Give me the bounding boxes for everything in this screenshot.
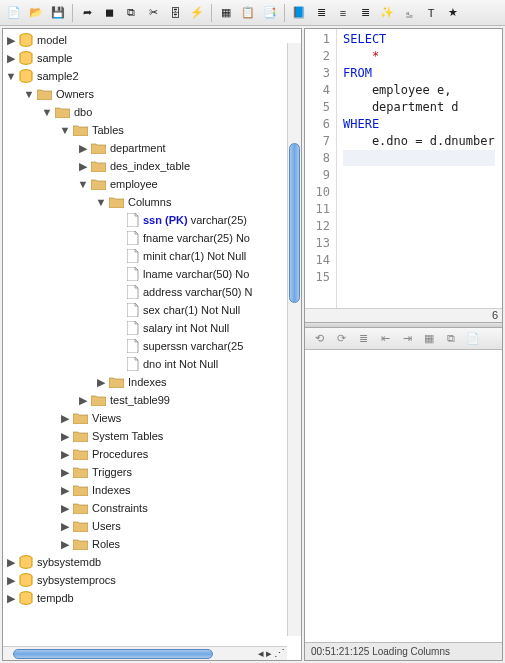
- disclose-closed-icon[interactable]: ▶: [5, 556, 17, 568]
- clip-icon[interactable]: 📋: [238, 3, 258, 23]
- disclose-closed-icon[interactable]: ▶: [59, 520, 71, 532]
- disclose-closed-icon[interactable]: ▶: [77, 142, 89, 154]
- results-in-icon[interactable]: ⇤: [375, 328, 395, 348]
- toolbar-separator: [211, 4, 212, 22]
- folder-owners[interactable]: ▼Owners: [5, 85, 301, 103]
- book-icon[interactable]: 📘: [289, 3, 309, 23]
- new-icon[interactable]: 📄: [4, 3, 24, 23]
- format-icon[interactable]: ⎁: [399, 3, 419, 23]
- sheet-icon[interactable]: ▦: [216, 3, 236, 23]
- db-icon[interactable]: 🗄: [165, 3, 185, 23]
- results-copy-icon[interactable]: ⧉: [441, 328, 461, 348]
- disclose-closed-icon[interactable]: ▶: [5, 574, 17, 586]
- results-sheet-icon[interactable]: ▦: [419, 328, 439, 348]
- column-salary[interactable]: salary int Not Null: [5, 319, 301, 337]
- save-icon[interactable]: 💾: [48, 3, 68, 23]
- results-doc-icon[interactable]: 📄: [463, 328, 483, 348]
- folder-triggers[interactable]: ▶Triggers: [5, 463, 301, 481]
- column-dno[interactable]: dno int Not Null: [5, 355, 301, 373]
- folder-columns[interactable]: ▼Columns: [5, 193, 301, 211]
- folder-icon: [73, 520, 88, 532]
- column-superssn[interactable]: superssn varchar(25: [5, 337, 301, 355]
- table-employee[interactable]: ▼employee: [5, 175, 301, 193]
- disclose-closed-icon[interactable]: ▶: [59, 538, 71, 550]
- tree-node-label: des_index_table: [108, 160, 190, 172]
- results-next-icon[interactable]: ⟳: [331, 328, 351, 348]
- disclose-closed-icon[interactable]: ▶: [95, 376, 107, 388]
- tree-node-label: test_table99: [108, 394, 170, 406]
- editor-horizontal-scrollbar[interactable]: 6: [305, 308, 502, 322]
- folder-system-tables[interactable]: ▶System Tables: [5, 427, 301, 445]
- disclose-open-icon[interactable]: ▼: [5, 70, 17, 82]
- disclose-closed-icon[interactable]: ▶: [59, 484, 71, 496]
- stop-icon[interactable]: ◼: [99, 3, 119, 23]
- text-icon[interactable]: T: [421, 3, 441, 23]
- folder-procedures[interactable]: ▶Procedures: [5, 445, 301, 463]
- tree-vertical-scrollbar[interactable]: [287, 43, 301, 636]
- disclose-open-icon[interactable]: ▼: [23, 88, 35, 100]
- cut-icon[interactable]: ✂: [143, 3, 163, 23]
- disclose-closed-icon[interactable]: ▶: [59, 466, 71, 478]
- open-icon[interactable]: 📂: [26, 3, 46, 23]
- resize-grip-icon[interactable]: ⋰: [274, 647, 285, 660]
- db-node-model[interactable]: ▶model: [5, 31, 301, 49]
- disclose-closed-icon[interactable]: ▶: [5, 52, 17, 64]
- disclose-closed-icon[interactable]: ▶: [5, 592, 17, 604]
- disclose-open-icon[interactable]: ▼: [59, 124, 71, 136]
- column-address[interactable]: address varchar(50) N: [5, 283, 301, 301]
- code-area[interactable]: SELECT * FROM employee e, department d W…: [337, 29, 495, 308]
- schema-tree[interactable]: ▶model▶sample▼sample2▼Owners▼dbo▼Tables▶…: [3, 29, 301, 660]
- lightning-icon[interactable]: ⚡: [187, 3, 207, 23]
- results-out-icon[interactable]: ⇥: [397, 328, 417, 348]
- disclose-open-icon[interactable]: ▼: [77, 178, 89, 190]
- disclose-closed-icon[interactable]: ▶: [59, 502, 71, 514]
- column-fname[interactable]: fname varchar(25) No: [5, 229, 301, 247]
- table-department[interactable]: ▶department: [5, 139, 301, 157]
- db-node-sample2[interactable]: ▼sample2: [5, 67, 301, 85]
- folder-views[interactable]: ▶Views: [5, 409, 301, 427]
- lines-icon[interactable]: ≣: [311, 3, 331, 23]
- folder-roles[interactable]: ▶Roles: [5, 535, 301, 553]
- tree-horizontal-scrollbar[interactable]: ◂▸⋰: [3, 646, 287, 660]
- tree-node-label: model: [35, 34, 67, 46]
- disclose-closed-icon[interactable]: ▶: [5, 34, 17, 46]
- disclose-closed-icon[interactable]: ▶: [77, 160, 89, 172]
- disclose-closed-icon[interactable]: ▶: [59, 412, 71, 424]
- column-ssn[interactable]: ssn (PK) varchar(25): [5, 211, 301, 229]
- folder-indexes-emp[interactable]: ▶Indexes: [5, 373, 301, 391]
- doc-icon[interactable]: 📑: [260, 3, 280, 23]
- folder-dbo[interactable]: ▼dbo: [5, 103, 301, 121]
- star-icon[interactable]: ★: [443, 3, 463, 23]
- disclose-closed-icon[interactable]: ▶: [77, 394, 89, 406]
- disclose-closed-icon[interactable]: ▶: [59, 430, 71, 442]
- tree-node-label: sybsystemprocs: [35, 574, 116, 586]
- wand-icon[interactable]: ✨: [377, 3, 397, 23]
- copy-icon[interactable]: ⧉: [121, 3, 141, 23]
- folder-indexes[interactable]: ▶Indexes: [5, 481, 301, 499]
- sql-editor[interactable]: 123456789101112131415 SELECT * FROM empl…: [305, 29, 502, 308]
- disclose-open-icon[interactable]: ▼: [95, 196, 107, 208]
- results-prev-icon[interactable]: ⟲: [309, 328, 329, 348]
- db-node-tempdb[interactable]: ▶tempdb: [5, 589, 301, 607]
- folder-constraints[interactable]: ▶Constraints: [5, 499, 301, 517]
- tree-node-label: dno int Not Null: [141, 358, 218, 370]
- run-icon[interactable]: ➦: [77, 3, 97, 23]
- folder-icon: [91, 142, 106, 154]
- disclose-closed-icon[interactable]: ▶: [59, 448, 71, 460]
- table-test-table99[interactable]: ▶test_table99: [5, 391, 301, 409]
- folder-icon: [73, 484, 88, 496]
- db-node-sybsystemprocs[interactable]: ▶sybsystemprocs: [5, 571, 301, 589]
- column-sex[interactable]: sex char(1) Not Null: [5, 301, 301, 319]
- folder-users[interactable]: ▶Users: [5, 517, 301, 535]
- column-lname[interactable]: lname varchar(50) No: [5, 265, 301, 283]
- table-des-index[interactable]: ▶des_index_table: [5, 157, 301, 175]
- results-lines-icon[interactable]: ≣: [353, 328, 373, 348]
- column-minit[interactable]: minit char(1) Not Null: [5, 247, 301, 265]
- db-node-sample[interactable]: ▶sample: [5, 49, 301, 67]
- folder-tables[interactable]: ▼Tables: [5, 121, 301, 139]
- align-left-icon[interactable]: ≡: [333, 3, 353, 23]
- db-node-sybsystemdb[interactable]: ▶sybsystemdb: [5, 553, 301, 571]
- align-right-icon[interactable]: ≣: [355, 3, 375, 23]
- tree-node-label: Triggers: [90, 466, 132, 478]
- disclose-open-icon[interactable]: ▼: [41, 106, 53, 118]
